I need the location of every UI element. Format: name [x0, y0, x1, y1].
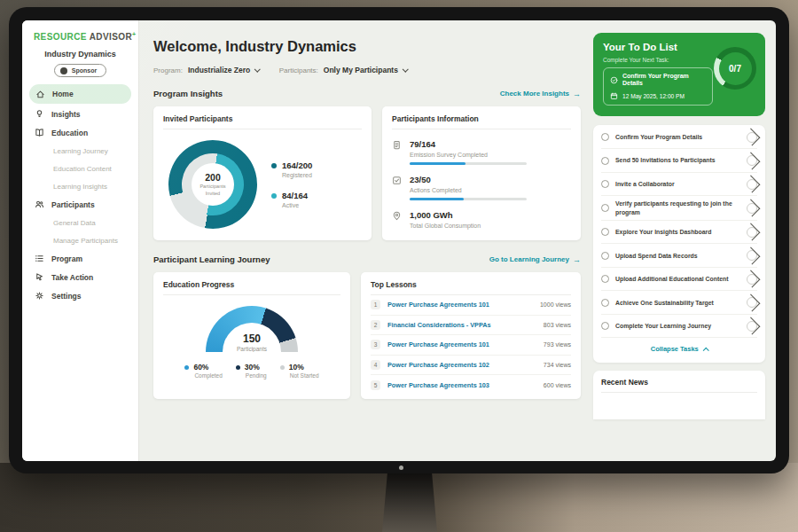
- nav-label: Learning Journey: [53, 147, 108, 155]
- task-checkbox[interactable]: [601, 180, 609, 188]
- task-row-achieve-target[interactable]: Achieve One Sustainability Target: [601, 291, 757, 315]
- sidebar-item-education[interactable]: Education: [22, 123, 138, 142]
- todo-column: Your To Do List Complete Your Next Task:…: [593, 20, 776, 461]
- sidebar-item-home[interactable]: Home: [29, 84, 131, 104]
- task-label: Invite a Collaborator: [615, 180, 740, 188]
- sidebar-item-take-action[interactable]: Take Action: [22, 268, 138, 286]
- task-checkbox[interactable]: [601, 299, 609, 307]
- task-row-verify-participants[interactable]: Verify participants requesting to join t…: [601, 196, 757, 221]
- task-row-explore-insights[interactable]: Explore Your Insights Dashboard: [601, 221, 757, 245]
- sidebar-item-learning-insights[interactable]: Learning Insights: [22, 177, 138, 195]
- nav-label: Manage Participants: [53, 237, 118, 245]
- task-checkbox[interactable]: [601, 252, 609, 260]
- people-icon: [35, 200, 44, 209]
- task-checkbox[interactable]: [601, 322, 609, 330]
- lesson-title-link[interactable]: Financial Considerations - VPPAs: [387, 321, 536, 329]
- collapse-tasks-link[interactable]: Collapse Tasks: [601, 338, 757, 361]
- logo-plus: +: [132, 31, 137, 37]
- task-row-invite-collaborator[interactable]: Invite a Collaborator: [601, 173, 757, 197]
- task-label: Complete Your Learning Journey: [615, 322, 740, 330]
- gauge-legend: 60% Completed 30% Pending: [184, 363, 318, 379]
- monitor-stand: [382, 470, 437, 532]
- legend-value: 84/164: [282, 191, 308, 200]
- lesson-title-link[interactable]: Power Purchase Agreements 102: [387, 361, 536, 369]
- main-content: Welcome, Industry Dynamics Program: Indu…: [139, 20, 593, 461]
- task-row-send-invitations[interactable]: Send 50 Invitations to Participants: [601, 149, 757, 173]
- invited-participants-card: Invited Participants 200 Participants In…: [153, 106, 372, 240]
- sidebar-item-program[interactable]: Program: [22, 249, 138, 268]
- donut-center-label: Participants Invited: [196, 184, 230, 197]
- chevron-right-icon[interactable]: [747, 132, 757, 143]
- task-row-upload-educational-content[interactable]: Upload Additional Educational Content: [601, 268, 757, 292]
- legend-not-started: 10% Not Started: [280, 363, 319, 379]
- section-title-learning-journey: Participant Learning Journey: [153, 254, 270, 264]
- legend-completed: 60% Completed: [184, 363, 222, 379]
- legend-dot: [236, 365, 240, 370]
- sidebar-item-manage-participants[interactable]: Manage Participants: [22, 231, 138, 249]
- task-checkbox[interactable]: [601, 275, 609, 283]
- chevron-right-icon[interactable]: [747, 179, 757, 190]
- chevron-right-icon[interactable]: [747, 250, 757, 261]
- collapse-tasks-label: Collapse Tasks: [651, 345, 699, 353]
- sidebar-item-learning-journey[interactable]: Learning Journey: [22, 142, 138, 160]
- task-checkbox[interactable]: [601, 133, 609, 141]
- filters-bar: Program: Industrialize Zero Participants…: [153, 66, 581, 74]
- lesson-title-link[interactable]: Power Purchase Agreements 103: [387, 381, 536, 389]
- gauge-center: 150 Participants: [206, 332, 298, 352]
- dashboard-screen: RESOURCE ADVISOR+ Industry Dynamics Spon…: [22, 20, 776, 461]
- todo-next-task-box[interactable]: Confirm Your Program Details 12 May 2025…: [603, 67, 713, 106]
- page-title: Welcome, Industry Dynamics: [153, 38, 581, 55]
- task-row-upload-spend-data[interactable]: Upload Spend Data Records: [601, 244, 757, 268]
- card-title: Participants Information: [392, 114, 571, 129]
- participants-select[interactable]: Only My Participants: [324, 66, 408, 74]
- sidebar-item-participants[interactable]: Participants: [22, 195, 138, 214]
- lesson-row[interactable]: 4 Power Purchase Agreements 102 734 view…: [371, 356, 571, 376]
- stat-label: Emission Survey Completed: [410, 152, 527, 158]
- card-title: Education Progress: [163, 280, 340, 295]
- chevron-right-icon[interactable]: [747, 297, 757, 308]
- sponsor-badge[interactable]: Sponsor: [54, 64, 106, 77]
- task-checkbox[interactable]: [601, 204, 609, 212]
- participants-filter-label: Participants:: [279, 66, 318, 74]
- lesson-views: 734 views: [544, 362, 571, 368]
- program-insights-header: Program Insights Check More Insights →: [153, 89, 581, 98]
- program-filter: Program: Industrialize Zero: [153, 66, 260, 74]
- chevron-right-icon[interactable]: [747, 155, 757, 166]
- lesson-title-link[interactable]: Power Purchase Agreements 101: [387, 301, 533, 309]
- nav-label: General Data: [53, 219, 96, 227]
- task-checkbox[interactable]: [601, 228, 609, 236]
- sidebar-item-education-content[interactable]: Education Content: [22, 160, 138, 177]
- lesson-title-link[interactable]: Power Purchase Agreements 101: [387, 340, 536, 348]
- sidebar-item-insights[interactable]: Insights: [22, 105, 138, 123]
- task-checkbox[interactable]: [601, 157, 609, 165]
- top-lessons-card: Top Lessons 1 Power Purchase Agreements …: [361, 272, 581, 399]
- task-row-confirm-program[interactable]: Confirm Your Program Details: [601, 126, 757, 150]
- legend-label: Registered: [282, 172, 312, 178]
- sponsor-icon: [60, 67, 67, 74]
- list-icon: [35, 254, 44, 263]
- donut-center: 200 Participants Invited: [192, 163, 234, 206]
- lesson-row[interactable]: 2 Financial Considerations - VPPAs 803 v…: [371, 316, 571, 336]
- go-to-learning-journey-link[interactable]: Go to Learning Journey →: [489, 255, 581, 264]
- sidebar-item-general-data[interactable]: General Data: [22, 214, 138, 231]
- task-row-complete-learning-journey[interactable]: Complete Your Learning Journey: [601, 315, 757, 339]
- lesson-row[interactable]: 1 Power Purchase Agreements 101 1000 vie…: [371, 295, 571, 316]
- check-more-insights-link[interactable]: Check More Insights →: [500, 90, 581, 98]
- nav-label: Settings: [51, 292, 82, 301]
- sidebar-item-settings[interactable]: Settings: [22, 286, 138, 305]
- chevron-right-icon[interactable]: [747, 321, 757, 332]
- gauge-center-value: 150: [206, 332, 298, 345]
- program-select[interactable]: Industrialize Zero: [188, 66, 260, 74]
- lesson-row[interactable]: 3 Power Purchase Agreements 101 793 view…: [371, 335, 571, 356]
- sponsor-label: Sponsor: [72, 67, 97, 74]
- lesson-views: 1000 views: [540, 301, 571, 308]
- stat-emission-survey: 79/164 Emission Survey Completed: [392, 139, 571, 165]
- chevron-right-icon[interactable]: [747, 203, 757, 214]
- todo-progress-value: 0/7: [729, 64, 741, 74]
- todo-next-task-label: Confirm Your Program Details: [622, 73, 706, 88]
- chevron-right-icon[interactable]: [747, 274, 757, 285]
- lesson-row[interactable]: 5 Power Purchase Agreements 103 600 view…: [371, 375, 571, 395]
- nav-label: Learning Insights: [53, 183, 107, 191]
- chevron-right-icon[interactable]: [747, 227, 757, 238]
- stat-value: 79/164: [410, 139, 527, 149]
